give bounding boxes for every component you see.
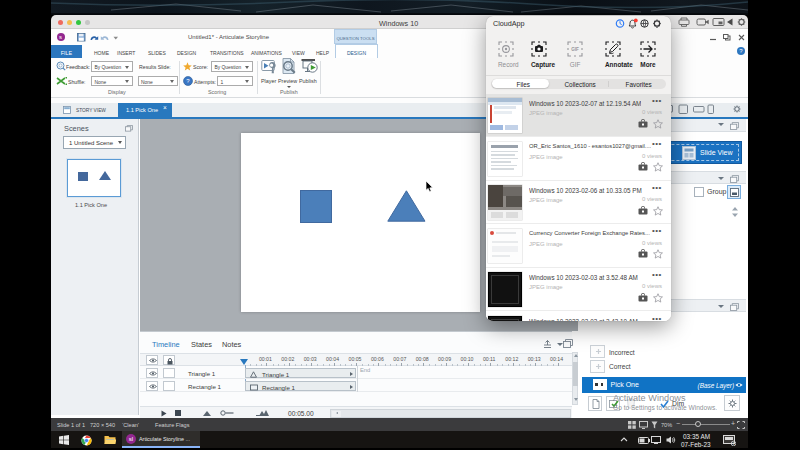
svg-text:GIF: GIF <box>571 47 579 52</box>
